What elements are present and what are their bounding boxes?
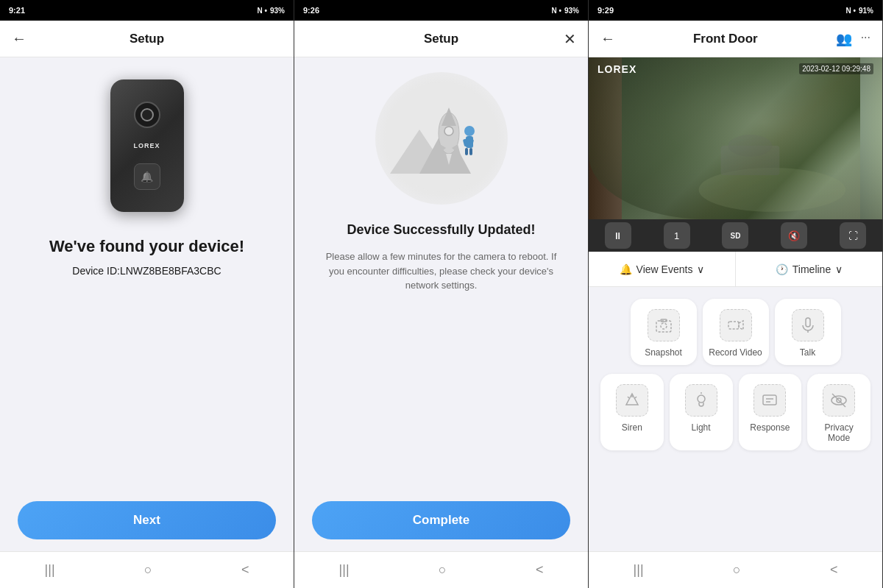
mute-button[interactable]: 🔇 xyxy=(781,222,807,249)
svg-rect-31 xyxy=(763,395,776,405)
bottom-nav-3: ||| ○ < xyxy=(589,551,882,588)
status-icons-1: N • 93% xyxy=(257,7,285,15)
snapshot-icon xyxy=(648,309,680,341)
response-icon xyxy=(753,384,786,417)
nav-back-icon-1[interactable]: < xyxy=(241,562,249,578)
nav-menu-icon-1[interactable]: ||| xyxy=(45,562,55,578)
success-illustration xyxy=(383,78,500,196)
camera-controls-bar: ⏸ 1 SD 🔇 ⛶ xyxy=(589,219,882,252)
network-icon-1: N • xyxy=(257,7,267,15)
timeline-tab[interactable]: 🕐 Timeline ∨ xyxy=(736,252,882,286)
group-icon[interactable]: 👥 xyxy=(836,31,852,47)
camera-title: Front Door xyxy=(693,32,758,46)
found-title: We've found your device! xyxy=(49,237,244,256)
privacy-mode-icon xyxy=(823,384,855,417)
pause-button[interactable]: ⏸ xyxy=(605,222,631,249)
svg-line-26 xyxy=(628,397,629,398)
nav-menu-icon-3[interactable]: ||| xyxy=(634,562,644,578)
complete-button[interactable]: Complete xyxy=(312,501,570,539)
siren-button[interactable]: Siren xyxy=(600,374,664,450)
nav-home-icon-1[interactable]: ○ xyxy=(144,562,152,578)
status-bar-1: 9:21 N • 93% xyxy=(0,0,294,21)
success-desc: Please allow a few minutes for the camer… xyxy=(312,249,570,293)
panel-setup-found: 9:21 N • 93% ← Setup LOREX We've found y… xyxy=(0,0,294,588)
light-icon xyxy=(685,384,717,417)
clock-icon: 🕐 xyxy=(776,263,788,275)
timeline-chevron: ∨ xyxy=(835,263,843,275)
video-feed[interactable]: LOREX 2023-02-12 09:29:48 xyxy=(589,57,882,219)
panel-setup-complete: 9:26 N • 93% Setup ✕ xyxy=(294,0,589,588)
snapshot-label: Snapshot xyxy=(645,347,682,358)
doorbell-brand-logo: LOREX xyxy=(133,142,160,149)
privacy-mode-button[interactable]: Privacy Mode xyxy=(807,374,870,450)
view-events-label: View Events xyxy=(636,263,693,275)
nav-home-icon-3[interactable]: ○ xyxy=(733,562,741,578)
nav-back-icon-2[interactable]: < xyxy=(536,562,544,578)
siren-icon xyxy=(616,384,648,417)
camera-back-button[interactable]: ← xyxy=(600,30,615,47)
nav-menu-icon-2[interactable]: ||| xyxy=(339,562,350,578)
svg-rect-13 xyxy=(465,148,468,155)
svg-rect-14 xyxy=(469,148,472,155)
status-icons-2: N • 93% xyxy=(551,7,579,15)
snapshot-button[interactable]: Snapshot xyxy=(631,299,697,365)
time-2: 9:26 xyxy=(303,6,319,15)
privacy-mode-label: Privacy Mode xyxy=(813,422,865,443)
nav-title-2: Setup xyxy=(424,32,458,46)
talk-button[interactable]: Talk xyxy=(775,299,841,365)
status-icons-3: N • 91% xyxy=(845,7,873,15)
action-grid: Snapshot Record Video xyxy=(589,287,882,551)
svg-point-29 xyxy=(698,395,705,403)
svg-point-17 xyxy=(728,135,773,157)
battery-1: 93% xyxy=(270,7,285,15)
record-video-button[interactable]: Record Video xyxy=(703,299,769,365)
setup-content-2: Device Successfully Updated! Please allo… xyxy=(294,57,588,489)
doorbell-body: LOREX xyxy=(110,79,184,212)
bottom-area-1: Next xyxy=(0,489,294,551)
camera-lens xyxy=(134,102,160,128)
action-row-2: Siren Light xyxy=(600,374,870,450)
nav-bar-1: ← Setup xyxy=(0,21,294,57)
close-button-2[interactable]: ✕ xyxy=(564,30,576,48)
light-button[interactable]: Light xyxy=(670,374,733,450)
panel-camera-view: 9:29 N • 91% ← Front Door 👥 ··· LOREX 20… xyxy=(589,0,883,588)
fullscreen-button[interactable]: ⛶ xyxy=(840,222,866,249)
more-icon[interactable]: ··· xyxy=(861,31,870,47)
sd-button[interactable]: SD xyxy=(722,222,748,249)
response-label: Response xyxy=(750,422,790,433)
record-video-icon xyxy=(720,309,752,341)
lorex-logo-camera: LOREX xyxy=(597,63,636,75)
network-icon-2: N • xyxy=(551,7,561,15)
camera-nav: ← Front Door 👥 ··· xyxy=(589,21,882,57)
svg-point-9 xyxy=(464,126,475,136)
setup-content-1: LOREX We've found your device! Device ID… xyxy=(0,57,294,489)
next-button[interactable]: Next xyxy=(18,501,276,539)
svg-point-5 xyxy=(444,127,453,135)
time-3: 9:29 xyxy=(597,6,614,15)
channel-button[interactable]: 1 xyxy=(664,222,690,249)
nav-bar-2: Setup ✕ xyxy=(294,21,588,57)
scene-svg xyxy=(589,57,882,219)
device-id-row: Device ID:LNWZ8BE8BFA3CBC xyxy=(72,265,221,277)
svg-line-27 xyxy=(635,397,636,398)
talk-label: Talk xyxy=(800,347,815,358)
battery-2: 93% xyxy=(564,7,579,15)
action-row-1: Snapshot Record Video xyxy=(600,299,870,365)
talk-icon xyxy=(792,309,824,341)
device-id-label: Device ID: xyxy=(72,265,120,277)
view-events-tab[interactable]: 🔔 View Events ∨ xyxy=(589,252,736,286)
bottom-area-2: Complete xyxy=(294,489,588,551)
bell-icon: 🔔 xyxy=(620,263,632,275)
camera-nav-icons: 👥 ··· xyxy=(836,31,870,47)
device-image: LOREX xyxy=(88,72,206,219)
response-button[interactable]: Response xyxy=(739,374,802,450)
nav-home-icon-2[interactable]: ○ xyxy=(439,562,447,578)
svg-rect-21 xyxy=(728,322,739,329)
nav-back-icon-3[interactable]: < xyxy=(830,562,838,578)
device-id-value: LNWZ8BE8BFA3CBC xyxy=(120,265,221,277)
back-button-1[interactable]: ← xyxy=(12,30,26,47)
timeline-label: Timeline xyxy=(792,263,831,275)
battery-3: 91% xyxy=(859,7,873,15)
rocket-illustration xyxy=(375,72,508,205)
bottom-nav-1: ||| ○ < xyxy=(0,551,294,588)
